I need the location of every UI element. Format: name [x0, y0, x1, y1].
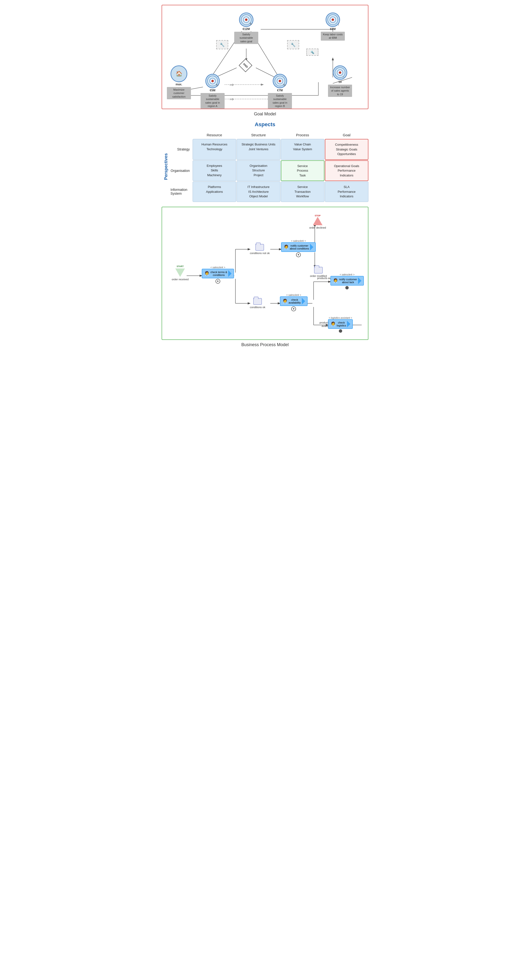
conditions-ok-text: conditions ok [250, 305, 265, 309]
bpm-start-node: START order received [172, 269, 189, 281]
goal-value-top-center: €12M [243, 27, 250, 31]
goal-model-title: Goal Model [162, 111, 368, 116]
person-icon-5: 🧑‍💼 [330, 321, 336, 327]
goal-label-mid-left: Satisfy sustainable sales goal in region… [201, 93, 224, 109]
goal-label-mid-right: Increase number of sales agents to 19 [328, 84, 352, 97]
aspects-title: Aspects [162, 121, 368, 128]
target-icon-mid-right: → [333, 65, 347, 80]
bpm-check-avail-node: < salesclerk > 🧑‍💼 checkavailability + [280, 294, 307, 311]
check-terms-task: 🧑‍💼 check terms &conditions [202, 269, 234, 278]
goal-value-mid-right: 19 [338, 80, 341, 84]
goal-value-mid-center: €7M [277, 89, 283, 92]
target-dot [245, 19, 247, 21]
cell-infosystem-process: ServiceTransactionWorkflow [281, 181, 325, 202]
and-diamond-shape: AND [239, 59, 253, 72]
bpm-title: Business Process Model [162, 342, 368, 347]
order-received-text: order received [172, 278, 189, 281]
goal-value-top-right: €8M [330, 27, 336, 31]
person-icon-1: 🧑‍💼 [204, 271, 210, 276]
target-arrow-mr: → [341, 75, 345, 79]
target-dot-mc [279, 80, 281, 82]
bpm-folder-conditions-ok: conditions ok [250, 298, 265, 309]
stop-label: STOP [315, 215, 320, 217]
row-header-infosystem: Information System [170, 181, 192, 202]
cell-infosystem-structure: IT InfrastructureIS ArchitectureObject M… [237, 181, 280, 202]
task-arrow-4 [358, 277, 361, 284]
notify-lack-role: < salesclerk > [339, 273, 355, 276]
person-icon-4: 🧑‍💼 [333, 278, 338, 283]
bpm-folder-conditions-not-ok: conditions not ok [250, 244, 270, 255]
join-1 [345, 286, 349, 290]
perspectives-label: Perspectives [162, 132, 170, 202]
cell-organisation-resource: EmployeesSkillsMachinery [193, 160, 236, 181]
conditions-not-ok-text: conditions not ok [250, 251, 270, 255]
arrow-bottom: ⇒ [229, 96, 234, 102]
start-label: START [177, 265, 183, 267]
goal-node-mid-right: → 19 Increase number of sales agents to … [328, 65, 352, 97]
split-3: + [291, 307, 296, 311]
dashed-box-3: 🔩 [306, 49, 318, 56]
aspects-grid: Resource Structure Process Goal Strategy… [170, 132, 368, 202]
col-header-process: Process [281, 132, 325, 138]
target-dot-ml [212, 80, 214, 82]
aspects-section: Aspects Perspectives Resource Structure … [162, 121, 368, 202]
check-avail-role: < salesclerk > [286, 294, 301, 296]
check-terms-label: check terms &conditions [210, 270, 227, 277]
goal-model-container: 🏠 max. Maximize customer satisfaction ↻ … [162, 5, 368, 109]
notify-role: < salesclerk > [291, 240, 306, 242]
cell-organisation-process: ServiceProcessTask [281, 160, 325, 181]
folder-icon-1 [255, 244, 264, 251]
task-arrow-2 [310, 244, 314, 250]
goal-node-top-center: ↻ €12M Satisfy sustainable sales goal [234, 13, 258, 44]
check-avail-task: 🧑‍💼 checkavailability [280, 296, 307, 306]
target-icon-top-right: | [326, 13, 340, 27]
col-header-goal: Goal [325, 132, 368, 138]
target-icon-mid-left: ↻ [205, 74, 220, 88]
bpm-diagram: START order received < salesclerk > 🧑‍💼 … [164, 212, 366, 337]
check-logistics-label: checklogistics [337, 321, 346, 327]
stop-triangle [313, 217, 323, 225]
cell-strategy-goal: CompetitivenessStrategic GoalsOpportunit… [325, 139, 368, 160]
bpm-container: START order received < salesclerk > 🧑‍💼 … [162, 207, 368, 340]
goal-label-left: Maximize customer satisfaction [167, 87, 191, 99]
bpm-check-terms-node: < salesclerk > 🧑‍💼 check terms &conditio… [202, 266, 234, 284]
cell-organisation-goal: Operational GoalsPerformanceIndicators [325, 160, 368, 181]
goal-diagram: 🏠 max. Maximize customer satisfaction ↻ … [164, 10, 366, 106]
check-terms-role: < salesclerk > [210, 266, 225, 269]
target-arrow-ml: ↻ [216, 83, 219, 87]
dashed-box-1: 🔧 [216, 40, 228, 49]
target-arrow-icon-tr: | [338, 23, 339, 26]
bpm-stop-node: STOP order declined [309, 215, 326, 229]
bpm-start-shape: START [175, 269, 185, 277]
bpm-notify-customer-node: < salesclerk > 🧑‍💼 notify customerabout … [281, 240, 316, 257]
col-header-structure: Structure [237, 132, 280, 138]
dashed-box-2: 🔧 [287, 40, 299, 49]
notify-customer-label: notify customerabout conditions [290, 244, 309, 250]
goal-label-top-right: Keep labor costs at €8M [321, 32, 345, 41]
target-arrow-icon: ↻ [250, 22, 252, 26]
goal-node-mid-center: ↻ €7M Satisfy sustainable sales goal in … [268, 74, 292, 109]
task-arrow-1 [228, 270, 232, 277]
folder-icon-3 [314, 267, 323, 274]
task-arrow-3 [302, 298, 305, 305]
col-header-empty [170, 132, 192, 138]
lighthouse-icon: 🏠 [170, 65, 187, 82]
check-avail-label: checkavailability [288, 298, 301, 304]
notify-lack-task: 🧑‍💼 notify customerabout lack [330, 276, 364, 286]
cell-organisation-structure: OrganisationStructureProject [237, 160, 280, 181]
notify-lack-label: notify customerabout lack [339, 278, 357, 284]
row-header-strategy: Strategy [170, 139, 192, 160]
col-header-resource: Resource [193, 132, 236, 138]
target-arrow-mc: ↻ [283, 83, 286, 87]
goal-node-left: 🏠 max. Maximize customer satisfaction [167, 65, 191, 99]
goal-value-mid-left: €5M [210, 89, 215, 92]
split-2: + [296, 252, 301, 257]
split-1: + [215, 279, 220, 284]
target-dot-mr [339, 72, 341, 74]
person-icon-3: 🧑‍💼 [282, 299, 288, 304]
start-triangle [175, 269, 185, 277]
cell-strategy-structure: Strategic Business UnitsJoint Ventures [237, 139, 280, 160]
and-connector: AND [241, 60, 252, 72]
goal-value-left: max. [175, 83, 182, 86]
order-declined-text: order declined [309, 226, 326, 229]
